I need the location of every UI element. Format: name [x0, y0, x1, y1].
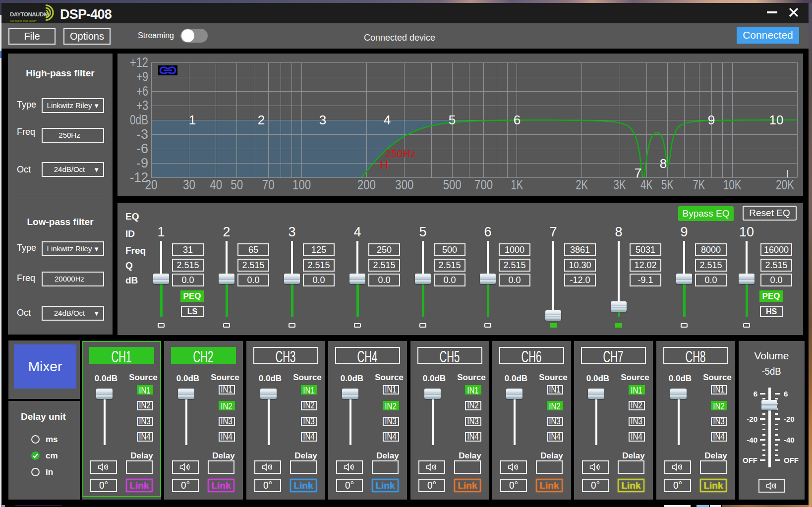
svg-text:1: 1: [189, 113, 196, 127]
svg-text:5: 5: [449, 113, 456, 127]
svg-text:20K: 20K: [776, 177, 794, 192]
svg-text:100: 100: [292, 177, 311, 192]
svg-text:2: 2: [258, 113, 265, 127]
svg-text:+12: +12: [130, 55, 148, 70]
svg-text:40: 40: [210, 177, 222, 192]
svg-text:8: 8: [660, 156, 667, 171]
svg-text:5K: 5K: [661, 177, 674, 192]
svg-text:6: 6: [514, 113, 521, 127]
svg-text:50: 50: [231, 177, 243, 192]
svg-text:250Hz: 250Hz: [385, 148, 416, 159]
svg-text:30: 30: [183, 177, 195, 192]
svg-text:200: 200: [357, 177, 376, 192]
svg-text:10K: 10K: [723, 177, 742, 192]
svg-text:20: 20: [145, 177, 158, 192]
svg-text:2K: 2K: [576, 177, 588, 192]
svg-text:1K: 1K: [511, 177, 523, 192]
svg-text:4K: 4K: [640, 177, 653, 192]
svg-text:+3: +3: [136, 98, 148, 113]
svg-text:300: 300: [395, 177, 413, 192]
svg-text:9: 9: [708, 113, 715, 127]
svg-text:500: 500: [443, 177, 462, 192]
svg-text:10: 10: [769, 113, 784, 127]
svg-text:+6: +6: [136, 84, 148, 99]
svg-text:70: 70: [262, 177, 275, 192]
svg-text:7K: 7K: [693, 177, 705, 192]
svg-text:0dB: 0dB: [130, 113, 148, 127]
svg-text:Your path to great sound™: Your path to great sound™: [10, 20, 37, 22]
svg-text:-6: -6: [136, 141, 148, 156]
svg-text:700: 700: [474, 177, 493, 192]
svg-text:-9: -9: [136, 156, 148, 170]
svg-text:-3: -3: [136, 127, 148, 142]
svg-text:+9: +9: [136, 69, 148, 84]
svg-text:DAYTONAUDIO: DAYTONAUDIO: [10, 11, 49, 17]
svg-text:H: H: [380, 158, 388, 171]
svg-text:7: 7: [635, 166, 641, 180]
svg-text:3: 3: [319, 113, 326, 127]
svg-text:4: 4: [384, 113, 391, 127]
svg-text:3K: 3K: [614, 177, 626, 192]
